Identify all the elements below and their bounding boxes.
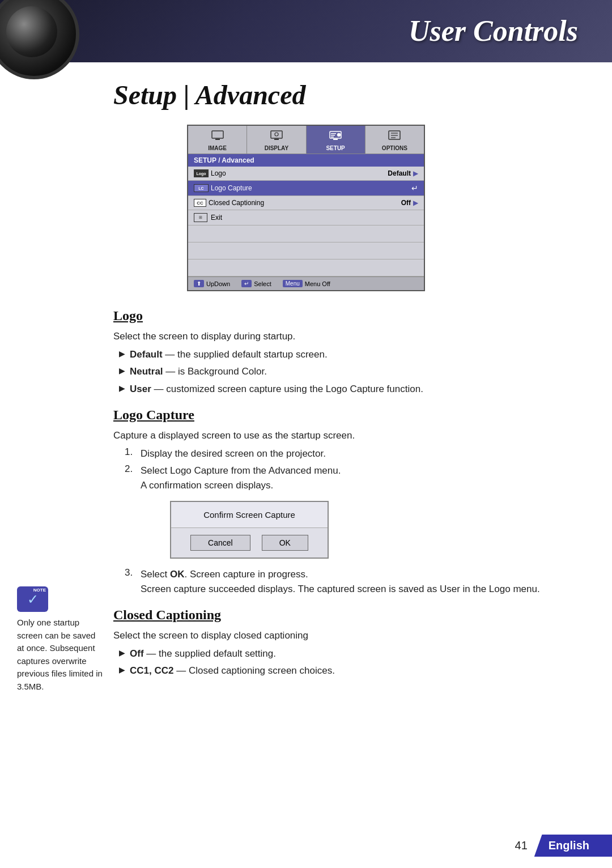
menu-row-logo[interactable]: Logo Logo Default ▶ xyxy=(188,167,424,181)
menu-row-empty1 xyxy=(188,225,424,242)
step-1-num: 1. xyxy=(125,446,136,458)
menu-off-btn: Menu Menu Off xyxy=(283,280,330,287)
logo-bullet-text-2: Neutral — is Background Color. xyxy=(130,364,267,379)
menu-bottom-bar: ⬆ UpDown ↵ Select Menu Menu Off xyxy=(188,276,424,290)
page-footer: 41 English xyxy=(508,835,612,857)
logo-row-icon: Logo xyxy=(194,169,209,177)
footer-language: English xyxy=(534,835,612,857)
note-text: Only one startup screen can be saved at … xyxy=(17,616,105,693)
menu-row-empty2 xyxy=(188,242,424,259)
svg-rect-7 xyxy=(331,135,335,136)
svg-rect-2 xyxy=(271,131,282,138)
note-section: NOTE ✓ Only one startup screen can be sa… xyxy=(17,586,105,693)
logo-section-heading: Logo xyxy=(113,308,578,324)
select-label: Select xyxy=(254,280,271,287)
exit-label: Exit xyxy=(211,214,418,222)
tab-image-label: IMAGE xyxy=(208,145,227,151)
cc-bullet-2: ▶ CC1, CC2 — Closed captioning screen ch… xyxy=(113,663,578,678)
menu-icon: Menu xyxy=(283,280,303,287)
updown-icon: ⬆ xyxy=(194,280,204,287)
cc-bullet-text-1: Off — the supplied default setting. xyxy=(130,646,276,661)
menu-row-empty3 xyxy=(188,259,424,276)
tab-image[interactable]: IMAGE xyxy=(188,126,247,154)
logo-bullet-text-3: User — customized screen capture using t… xyxy=(130,382,423,397)
bullet-arrow-2: ▶ xyxy=(119,366,125,375)
menu-tab-bar: IMAGE DISPLAY xyxy=(188,126,424,154)
confirm-dialog-title: Confirm Screen Capture xyxy=(171,502,328,528)
note-badge-label: NOTE xyxy=(33,588,46,593)
cc-section-heading: Closed Captioning xyxy=(113,607,578,623)
check-icon: ✓ xyxy=(27,592,39,607)
image-tab-icon xyxy=(190,130,244,143)
updown-btn: ⬆ UpDown xyxy=(194,280,230,287)
menu-container: IMAGE DISPLAY xyxy=(187,125,425,291)
tab-display-label: DISPLAY xyxy=(265,145,288,151)
logo-capture-label: Logo Capture xyxy=(211,184,411,192)
page-subtitle: Setup | Advanced xyxy=(113,79,578,110)
bullet-arrow-3: ▶ xyxy=(119,384,125,393)
select-btn: ↵ Select xyxy=(241,280,271,287)
display-tab-icon xyxy=(249,130,303,143)
logo-section-intro: Select the screen to display during star… xyxy=(113,329,578,344)
svg-rect-4 xyxy=(274,139,279,140)
cc-value: Off xyxy=(401,199,411,207)
select-icon: ↵ xyxy=(241,280,252,287)
logo-capture-intro: Capture a displayed screen to use as the… xyxy=(113,428,578,443)
svg-rect-8 xyxy=(331,137,334,138)
svg-point-9 xyxy=(337,133,341,137)
logo-capture-enter: ↵ xyxy=(411,184,418,193)
setup-tab-icon xyxy=(309,130,363,143)
svg-rect-0 xyxy=(212,131,223,138)
cc-section-intro: Select the screen to display closed capt… xyxy=(113,628,578,643)
menu-header: SETUP / Advanced xyxy=(188,154,424,167)
logo-arrow: ▶ xyxy=(413,169,418,177)
logo-bullet-1: ▶ Default — the supplied default startup… xyxy=(113,347,578,362)
cc-bullet-arrow-1: ▶ xyxy=(119,648,125,657)
tab-options-label: OPTIONS xyxy=(382,145,407,151)
step-3-text: Select OK. Screen capture in progress.Sc… xyxy=(141,567,540,596)
exit-icon: ⊞ xyxy=(194,213,207,222)
header-title: User Controls xyxy=(409,14,578,48)
step-2-num: 2. xyxy=(125,463,136,475)
cc-bullet-arrow-2: ▶ xyxy=(119,665,125,674)
cc-arrow: ▶ xyxy=(413,199,418,207)
menu-row-logo-capture[interactable]: LC Logo Capture ↵ xyxy=(188,181,424,196)
updown-label: UpDown xyxy=(206,280,230,287)
tab-setup[interactable]: SETUP xyxy=(307,126,366,154)
logo-bullet-2: ▶ Neutral — is Background Color. xyxy=(113,364,578,379)
svg-rect-1 xyxy=(215,139,220,140)
ok-button[interactable]: OK xyxy=(262,535,308,551)
step-2-text: Select Logo Capture from the Advanced me… xyxy=(141,463,341,492)
step-3: 3. Select OK. Screen capture in progress… xyxy=(113,567,578,596)
step-1-text: Display the desired screen on the projec… xyxy=(141,446,326,461)
svg-point-3 xyxy=(275,133,278,136)
confirm-buttons: Cancel OK xyxy=(171,528,328,558)
menu-off-label: Menu Off xyxy=(305,280,330,287)
tab-setup-label: SETUP xyxy=(326,145,345,151)
svg-rect-10 xyxy=(333,139,338,140)
cancel-button[interactable]: Cancel xyxy=(190,535,250,551)
lens-inner xyxy=(6,6,57,57)
logo-value: Default xyxy=(388,169,411,177)
note-badge: NOTE ✓ xyxy=(17,586,48,612)
logo-bullet-text-1: Default — the supplied default startup s… xyxy=(130,347,328,362)
cc-row-icon: CC xyxy=(194,199,206,207)
menu-row-exit[interactable]: ⊞ Exit xyxy=(188,210,424,225)
cc-bullet-1: ▶ Off — the supplied default setting. xyxy=(113,646,578,661)
confirm-dialog: Confirm Screen Capture Cancel OK xyxy=(170,501,329,559)
step-3-num: 3. xyxy=(125,567,136,578)
bullet-arrow-1: ▶ xyxy=(119,349,125,358)
step-1: 1. Display the desired screen on the pro… xyxy=(113,446,578,461)
logo-label: Logo xyxy=(211,169,388,177)
options-tab-icon xyxy=(368,130,422,143)
tab-display[interactable]: DISPLAY xyxy=(247,126,306,154)
tab-options[interactable]: OPTIONS xyxy=(366,126,424,154)
logo-capture-heading: Logo Capture xyxy=(113,407,578,423)
step-2: 2. Select Logo Capture from the Advanced… xyxy=(113,463,578,492)
page-number: 41 xyxy=(508,837,534,854)
logo-bullet-3: ▶ User — customized screen capture using… xyxy=(113,382,578,397)
svg-rect-6 xyxy=(331,133,336,134)
cc-bullet-text-2: CC1, CC2 — Closed captioning screen choi… xyxy=(130,663,335,678)
cc-label: Closed Captioning xyxy=(209,199,401,207)
menu-row-cc[interactable]: CC Closed Captioning Off ▶ xyxy=(188,196,424,210)
